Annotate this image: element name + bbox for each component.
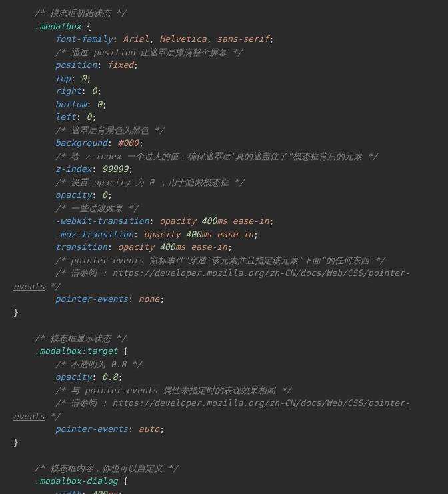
inline-comment: /* 给 z-index 一个过大的值，确保遮罩层"真的遮盖住了"模态框背后的元… [55, 151, 378, 161]
css-selector: .modalbox-dialog [34, 476, 117, 486]
semicolon: ; [139, 138, 144, 148]
brace: } [13, 307, 19, 317]
css-value: ease-in [233, 216, 269, 226]
css-property: left [55, 112, 76, 122]
css-number: 400 [159, 242, 175, 252]
semicolon: ; [102, 99, 107, 109]
css-number: 0 [102, 190, 107, 200]
semicolon: ; [227, 242, 233, 252]
punct: , [149, 34, 160, 44]
css-unit: px [107, 489, 118, 495]
inline-comment: /* 通过 position 让遮罩层撑满整个屏幕 */ [55, 47, 243, 57]
css-value: opacity [118, 242, 155, 252]
css-property: z-index [55, 164, 92, 174]
colon: : [107, 138, 113, 148]
css-property: -webkit-transition [55, 216, 149, 226]
block-comment: /* 模态框内容，你也可以自定义 */ [34, 463, 178, 473]
css-number: 400 [201, 216, 217, 226]
colon: : [97, 60, 102, 70]
semicolon: ; [159, 424, 165, 434]
doc-link[interactable]: https://developer.mozilla.org/zh-CN/docs… [13, 398, 410, 421]
colon: : [107, 242, 113, 252]
css-number: 0 [97, 99, 102, 109]
css-property: -moz-transition [55, 229, 133, 239]
inline-comment: /* 与 pointer-events 属性未指定时的表现效果相同 */ [55, 385, 291, 395]
semicolon: ; [269, 216, 275, 226]
css-property: opacity [55, 372, 92, 382]
css-value: ease-in [217, 229, 253, 239]
css-value: auto [139, 424, 159, 434]
punct: , [207, 34, 217, 44]
css-property: background [55, 138, 107, 148]
css-number: 400 [185, 229, 201, 239]
semicolon: ; [269, 34, 275, 44]
colon: : [87, 99, 92, 109]
colon: : [81, 86, 87, 96]
colon: : [91, 190, 97, 200]
brace: } [13, 437, 19, 447]
semicolon: ; [118, 372, 123, 382]
css-property: pointer-events [55, 294, 129, 304]
doc-link[interactable]: https://developer.mozilla.org/zh-CN/docs… [13, 268, 410, 291]
semicolon: ; [107, 190, 113, 200]
semicolon: ; [87, 73, 92, 83]
css-number: 0 [81, 73, 87, 83]
colon: : [133, 229, 139, 239]
css-property: top [55, 73, 71, 83]
semicolon: ; [91, 112, 97, 122]
semicolon: ; [97, 86, 102, 96]
css-property: width [55, 489, 81, 495]
css-number: 99999 [102, 164, 128, 174]
colon: : [128, 424, 133, 434]
brace: { [123, 346, 128, 356]
colon: : [81, 489, 87, 495]
css-value: fixed [107, 60, 133, 70]
semicolon: ; [253, 229, 259, 239]
css-number: 400 [91, 489, 107, 495]
block-comment: /* 模态框显示状态 */ [34, 333, 126, 343]
css-value: opacity [159, 216, 196, 226]
semicolon: ; [128, 164, 133, 174]
css-property: opacity [55, 190, 92, 200]
brace: { [123, 476, 128, 486]
brace: { [87, 21, 92, 31]
css-value: none [139, 294, 159, 304]
colon: : [91, 372, 97, 382]
block-comment: /* 模态框初始状态 */ [34, 8, 126, 18]
inline-comment: /* pointer-events 鼠标事件"穿透"该元素并且指定该元素"下面"… [55, 255, 385, 265]
css-number: 0.8 [102, 372, 117, 382]
semicolon: ; [133, 60, 139, 70]
css-property: right [55, 86, 81, 96]
css-value: Helvetica [159, 34, 206, 44]
css-unit: ms [217, 216, 227, 226]
css-property: transition [55, 242, 107, 252]
inline-comment: /* 一些过渡效果 */ [55, 203, 139, 213]
code-editor[interactable]: /* 模态框初始状态 */ .modalbox { font-family: A… [13, 7, 435, 494]
css-property: font-family [55, 34, 113, 44]
semicolon: ; [118, 489, 123, 495]
semicolon: ; [159, 294, 165, 304]
css-property: pointer-events [55, 424, 129, 434]
colon: : [128, 294, 133, 304]
css-unit: ms [201, 229, 212, 239]
css-selector: .modalbox [34, 21, 81, 31]
colon: : [149, 216, 155, 226]
inline-comment: /* 设置 opacity 为 0 ，用于隐藏模态框 */ [55, 177, 245, 187]
css-value: Arial [123, 34, 149, 44]
inline-comment: /* 不透明为 0.8 */ [55, 359, 142, 369]
css-property: bottom [55, 99, 87, 109]
colon: : [91, 164, 97, 174]
colon: : [76, 112, 81, 122]
inline-comment: /* 请参阅 : https://developer.mozilla.org/z… [13, 268, 410, 291]
css-property: position [55, 60, 97, 70]
css-value: #000 [118, 138, 139, 148]
css-value: opacity [144, 229, 181, 239]
css-value: sans-serif [217, 34, 269, 44]
css-value: ease-in [191, 242, 227, 252]
css-selector: .modalbox:target [34, 346, 117, 356]
css-unit: ms [175, 242, 186, 252]
inline-comment: /* 请参阅 : https://developer.mozilla.org/z… [13, 398, 410, 421]
colon: : [113, 34, 118, 44]
colon: : [71, 73, 76, 83]
inline-comment: /* 遮罩层背景色为黑色 */ [55, 125, 165, 135]
